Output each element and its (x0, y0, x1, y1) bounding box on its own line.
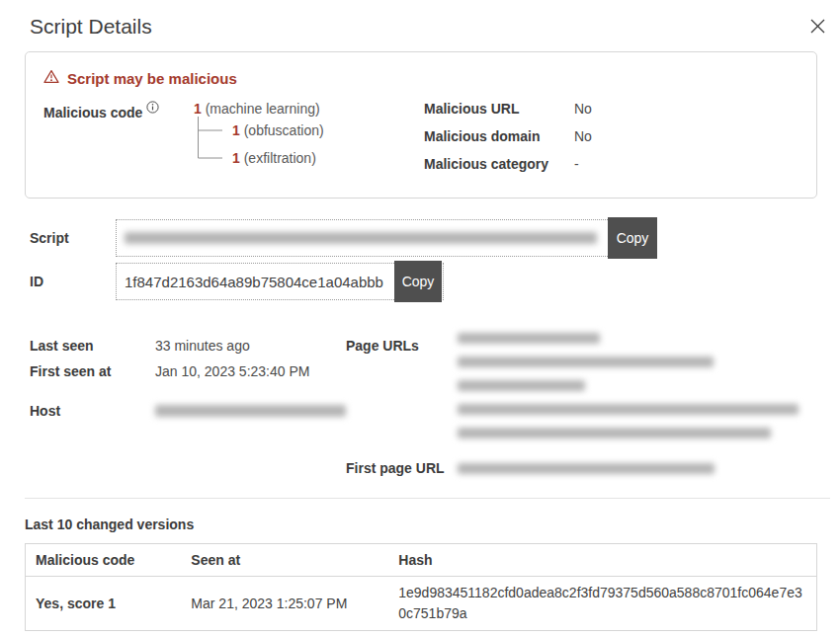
modal-header: Script Details (0, 0, 840, 39)
redacted-page-url-line (458, 380, 585, 391)
first-seen-value: Jan 10, 2023 5:23:40 PM (155, 363, 309, 379)
malicious-url-value: No (574, 101, 592, 117)
script-field-row: Script Copy (30, 219, 840, 257)
malicious-domain-value: No (574, 128, 592, 144)
host-row: Host (30, 403, 346, 419)
last-seen-row: Last seen 33 minutes ago (30, 338, 346, 354)
cell-malicious-code: Yes, score 1 (26, 577, 182, 631)
meta-right-column: Page URLs First page URL (346, 338, 817, 476)
redacted-page-url-list (458, 333, 817, 451)
redacted-page-url-line (458, 404, 798, 415)
cell-hash: 1e9d983451182cfd0adea8c2f3fd79375d560a58… (388, 577, 816, 631)
tree-branch: 1 (exfiltration) (232, 144, 324, 172)
warning-triangle-icon (43, 69, 59, 87)
versions-heading: Last 10 changed versions (25, 517, 840, 532)
tree-branch: 1 (obfuscation) (232, 117, 324, 144)
tree-root-label: (machine learning) (206, 101, 320, 117)
meta-left-column: Last seen 33 minutes ago First seen at J… (30, 338, 346, 419)
malicious-domain-row: Malicious domain No (424, 128, 798, 144)
page-title: Script Details (30, 15, 152, 39)
malicious-code-label-group: Malicious code (43, 101, 194, 120)
column-header-malicious-code: Malicious code (26, 544, 182, 577)
malicious-category-row: Malicious category - (424, 156, 798, 172)
redacted-page-url-line (458, 428, 771, 438)
first-seen-row: First seen at Jan 10, 2023 5:23:40 PM (30, 363, 346, 379)
copy-id-button[interactable]: Copy (394, 261, 442, 302)
malicious-url-label: Malicious URL (424, 101, 574, 117)
close-icon (810, 19, 825, 34)
malicious-category-label: Malicious category (424, 156, 574, 172)
redacted-script-value (125, 232, 597, 244)
last-seen-label: Last seen (30, 338, 155, 354)
redacted-page-url-line (458, 357, 714, 367)
host-label: Host (30, 403, 155, 419)
redacted-first-page-url (458, 463, 714, 474)
table-row: Yes, score 1 Mar 21, 2023 1:25:07 PM 1e9… (26, 577, 817, 631)
id-label: ID (30, 274, 116, 289)
id-value: 1f847d2163d64a89b75804ce1a04abbb (117, 274, 383, 290)
malicious-code-tree: 1 (machine learning) 1 (obfuscation) (194, 101, 424, 172)
first-page-url-label: First page URL (346, 460, 458, 476)
last-seen-value: 33 minutes ago (155, 338, 250, 354)
redacted-host-value (155, 405, 346, 417)
malicious-category-value: - (574, 156, 579, 172)
malicious-warning-card: Script may be malicious Malicious code 1… (25, 51, 817, 199)
info-button[interactable] (146, 101, 159, 114)
malicious-code-label: Malicious code (43, 105, 142, 120)
column-header-hash: Hash (388, 544, 816, 577)
redacted-page-url-line (458, 333, 600, 344)
id-value-field[interactable]: 1f847d2163d64a89b75804ce1a04abbb Copy (116, 263, 444, 300)
tree-branch-count: 1 (232, 122, 240, 138)
tree-root-count: 1 (194, 101, 202, 117)
meta-section: Last seen 33 minutes ago First seen at J… (30, 338, 817, 476)
tree-branch-label: (exfiltration) (244, 150, 316, 166)
cell-seen-at: Mar 21, 2023 1:25:07 PM (181, 577, 388, 631)
close-button[interactable] (805, 14, 830, 39)
malicious-domain-label: Malicious domain (424, 128, 574, 144)
tree-connector-lines (194, 117, 226, 172)
warning-header: Script may be malicious (43, 69, 798, 87)
versions-table-header-row: Malicious code Seen at Hash (26, 544, 817, 577)
section-divider (25, 498, 830, 499)
page-urls-row: Page URLs (346, 338, 817, 451)
info-circle-icon (146, 102, 159, 117)
first-seen-label: First seen at (30, 363, 155, 379)
warning-title: Script may be malicious (67, 70, 237, 87)
script-label: Script (30, 230, 116, 246)
malicious-indicators: Malicious URL No Malicious domain No Mal… (424, 101, 798, 184)
page-urls-label: Page URLs (346, 338, 458, 451)
malicious-url-row: Malicious URL No (424, 101, 798, 117)
copy-script-button[interactable]: Copy (608, 217, 657, 259)
tree-root: 1 (machine learning) (194, 101, 424, 117)
versions-table: Malicious code Seen at Hash Yes, score 1… (25, 543, 817, 631)
first-page-url-row: First page URL (346, 460, 817, 476)
script-value-field[interactable]: Copy (116, 219, 657, 257)
id-field-row: ID 1f847d2163d64a89b75804ce1a04abbb Copy (30, 263, 840, 300)
column-header-seen-at: Seen at (181, 544, 388, 577)
tree-branch-label: (obfuscation) (244, 122, 324, 138)
tree-branch-count: 1 (232, 150, 240, 166)
